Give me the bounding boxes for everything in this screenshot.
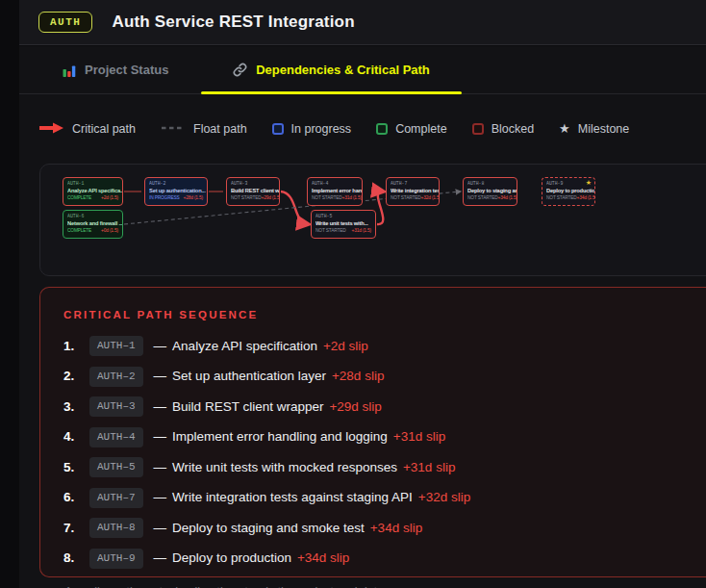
task-node-name: Write integration tes... [391, 188, 435, 194]
tab-label: Dependencies & Critical Path [256, 63, 430, 77]
task-name: Set up authentication layer [172, 369, 326, 384]
sequence-item-number: 4. [63, 429, 81, 445]
legend-item-critical-path: Critical path [39, 122, 136, 137]
link-icon [233, 63, 247, 77]
slip-label: +34d slip [370, 521, 422, 536]
tab-project-status[interactable]: Project Status [63, 46, 168, 93]
tab-bar: Project Status Dependencies & Critical P… [19, 46, 706, 94]
task-node-id: AUTH-6 [67, 214, 118, 219]
task-node-slip: +2d (1.5) [101, 195, 118, 201]
sequence-item-number: 6. [63, 490, 81, 505]
critical-path-sequence-card: CRITICAL PATH SEQUENCE 1.AUTH–1—Analyze … [39, 287, 706, 577]
task-id-badge: AUTH–5 [89, 457, 143, 477]
task-id-badge: AUTH–1 [89, 336, 143, 356]
task-node-auth-9[interactable]: AUTH-9Deploy to productionNOT STARTED+34… [542, 177, 595, 206]
task-node-slip: +28d (1.5) [184, 195, 203, 201]
task-node-id: AUTH-1 [67, 181, 118, 187]
task-node-auth-1[interactable]: AUTH-1Analyze API specifica...COMPLETE+2… [63, 177, 123, 206]
sequence-item-number: 5. [63, 460, 81, 475]
sequence-item-number: 2. [63, 369, 81, 384]
slip-label: +29d slip [329, 399, 381, 415]
task-node-auth-5[interactable]: AUTH-5Write unit tests with...NOT STARTE… [311, 210, 376, 239]
task-node-name: Analyze API specifica... [67, 188, 118, 194]
float-path-icon [161, 122, 186, 137]
legend-item-in-progress: In progress [272, 122, 352, 136]
sequence-item: 6.AUTH–7—Write integration tests against… [63, 488, 692, 508]
legend-label: Complete [395, 122, 447, 136]
task-node-auth-2[interactable]: AUTH-2Set up authentication...IN PROGRES… [144, 177, 208, 206]
task-id-badge: AUTH–4 [89, 427, 143, 447]
task-node-auth-7[interactable]: AUTH-7Write integration tes...NOT STARTE… [386, 177, 440, 206]
task-id-badge: AUTH–9 [89, 549, 143, 569]
sequence-item-number: 1. [63, 339, 81, 354]
task-node-status: IN PROGRESS [149, 195, 180, 201]
complete-swatch [376, 123, 388, 135]
task-node-status-row: IN PROGRESS+28d (1.5) [149, 195, 203, 201]
task-node-id: AUTH-9 [546, 181, 591, 187]
task-node-id: AUTH-3 [231, 181, 275, 187]
legend-item-milestone: ★Milestone [559, 122, 629, 136]
task-node-name: Network and firewall ... [67, 220, 118, 227]
task-id-badge: AUTH–7 [89, 488, 143, 508]
sequence-item: 3.AUTH–3—Build REST client wrapper+29d s… [63, 396, 692, 417]
task-id-badge: AUTH–8 [89, 518, 143, 538]
task-node-auth-8[interactable]: AUTH-8Deploy to staging and...NOT STARTE… [463, 177, 517, 206]
task-node-slip: +34d (1.5) [498, 195, 517, 201]
task-node-id: AUTH-5 [315, 214, 371, 219]
task-node-auth-3[interactable]: AUTH-3Build REST client wra...NOT STARTE… [226, 177, 280, 206]
task-node-status-row: NOT STARTED+34d (1.5) [467, 195, 513, 201]
legend-label: Critical path [72, 122, 136, 136]
main-panel: Critical pathFloat pathIn progressComple… [19, 94, 706, 588]
sequence-item-number: 3. [63, 399, 81, 415]
slip-label: +34d slip [297, 550, 349, 566]
task-node-status: NOT STARTED [391, 195, 421, 201]
sequence-item: 8.AUTH–9—Deploy to production+34d slip [63, 549, 692, 569]
blocked-swatch [472, 123, 484, 135]
project-key-badge: AUTH [38, 12, 92, 33]
separator-dash: — [154, 550, 167, 566]
task-node-status-row: NOT STARTED+31d (1.5) [315, 228, 371, 234]
separator-dash: — [154, 490, 167, 505]
dependency-graph-canvas[interactable]: AUTH-1Analyze API specifica...COMPLETE+2… [39, 164, 706, 276]
sequence-item-number: 8. [63, 550, 81, 566]
page-title: Auth Service REST Integration [112, 13, 354, 32]
task-node-id: AUTH-8 [467, 181, 513, 187]
task-node-auth-4[interactable]: AUTH-4Implement error handl...NOT STARTE… [307, 177, 363, 206]
task-node-status: NOT STARTED [467, 195, 498, 201]
task-node-name: Set up authentication... [149, 188, 203, 194]
separator-dash: — [154, 429, 167, 445]
sequence-title: CRITICAL PATH SEQUENCE [63, 309, 692, 320]
task-node-slip: +32d (1.5) [421, 195, 440, 201]
task-node-status-row: NOT STARTED+31d (1.5) [312, 195, 358, 201]
separator-dash: — [154, 521, 167, 536]
task-name: Write unit tests with mocked responses [172, 460, 397, 475]
slip-label: +28d slip [332, 369, 384, 384]
task-node-status-row: NOT STARTED+29d (1.5) [231, 195, 275, 201]
task-node-status-row: COMPLETE+0d (1.5) [67, 228, 118, 234]
slip-label: +2d slip [323, 339, 368, 354]
legend-label: Float path [193, 122, 247, 136]
slip-label: +31d slip [403, 460, 455, 475]
legend-label: Blocked [492, 122, 534, 136]
bar-chart-icon [63, 64, 76, 77]
task-node-status-row: NOT STARTED+32d (1.5) [391, 195, 435, 201]
task-node-slip: +31d (1.5) [342, 195, 362, 201]
sequence-footnote: Any slip on these tasks directly extends… [63, 585, 692, 588]
legend-item-blocked: Blocked [472, 122, 534, 136]
task-node-slip: +31d (1.5) [352, 228, 371, 234]
sequence-item: 1.AUTH–1—Analyze API specification+2d sl… [63, 336, 692, 356]
separator-dash: — [154, 460, 167, 475]
tab-dependencies-critical-path[interactable]: Dependencies & Critical Path [201, 46, 462, 93]
task-node-slip: +34d (1.5) [577, 195, 595, 201]
sequence-item: 7.AUTH–8—Deploy to staging and smoke tes… [63, 518, 692, 538]
task-node-name: Write unit tests with... [315, 220, 371, 227]
task-node-status: NOT STARTED [315, 228, 346, 234]
task-name: Deploy to staging and smoke test [172, 521, 365, 536]
separator-dash: — [154, 369, 167, 384]
slip-label: +31d slip [393, 429, 445, 445]
task-node-name: Deploy to staging and... [467, 188, 513, 194]
in-progress-swatch [272, 123, 284, 135]
legend-label: Milestone [578, 122, 630, 136]
legend-item-complete: Complete [376, 122, 447, 136]
task-node-auth-6[interactable]: AUTH-6Network and firewall ...COMPLETE+0… [63, 210, 123, 239]
